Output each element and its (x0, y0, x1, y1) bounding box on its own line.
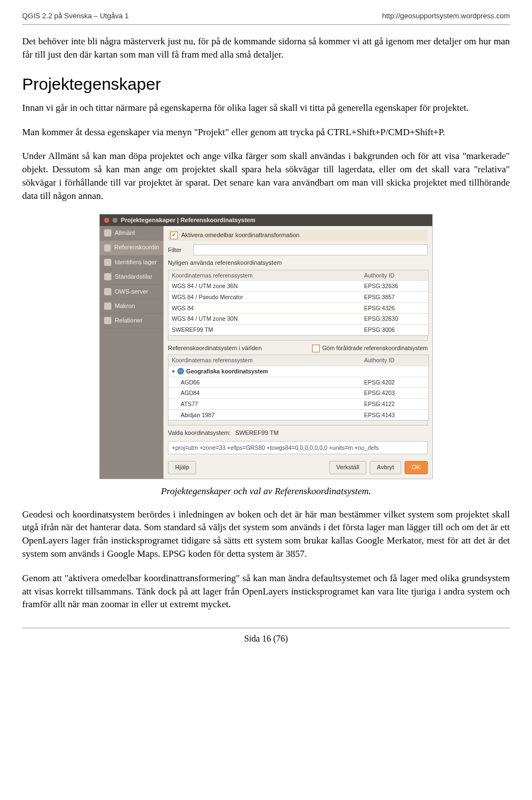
col-crs-name: Koordinaternas referenssystem (172, 356, 364, 365)
dialog-sidebar: Allmänt Referenskoordin Identifiera lage… (100, 226, 163, 479)
help-button[interactable]: Hjälp (168, 461, 196, 474)
filter-label: Filter (168, 246, 190, 254)
sidebar-item-label: Standardstilar (115, 273, 152, 281)
col-authority-id: Authority ID (364, 271, 425, 280)
sidebar-item-relations[interactable]: Relationer (100, 314, 163, 328)
screenshot-caption: Projektegenskaper och val av Referenskoo… (22, 485, 510, 498)
sidebar-item-label: Referenskoordin (114, 243, 159, 252)
screenshot-dialog: Projektegenskaper | Referenskoordinatsys… (99, 214, 433, 479)
sidebar-item-styles[interactable]: Standardstilar (100, 270, 163, 284)
sidebar-item-label: Relationer (115, 316, 142, 325)
table-row[interactable]: ATS77EPSG:4122 (168, 399, 428, 410)
sidebar-item-general[interactable]: Allmänt (100, 226, 163, 240)
minimize-icon[interactable] (112, 218, 117, 223)
scrollbar[interactable] (168, 336, 428, 341)
paragraph-6: Genom att "aktivera omedelbar koordinatt… (22, 572, 510, 611)
server-icon (104, 288, 111, 295)
sidebar-item-label: OWS-server (115, 288, 149, 296)
sidebar-item-macros[interactable]: Makron (100, 299, 163, 314)
proj-string: +proj=utm +zone=33 +ellps=GRS80 +towgs84… (168, 441, 428, 455)
table-row[interactable]: SWEREF99 TMEPSG:3006 (168, 325, 428, 335)
checkbox-unchecked-icon[interactable]: ✔ (312, 345, 320, 352)
sidebar-item-label: Identifiera lager (115, 258, 157, 266)
page-footer: Sida 16 (76) (22, 628, 510, 645)
filter-input[interactable] (193, 244, 428, 255)
scrollbar[interactable] (168, 420, 428, 425)
tree-collapse-icon[interactable]: ▾ (172, 367, 177, 376)
hide-deprecated-label: Göm föråldrade referenskoordinatsystem (322, 344, 428, 352)
paragraph-5: Geodesi och koordinatsystem berördes i i… (22, 508, 510, 561)
paragraph-2: Innan vi går in och tittar närmare på eg… (22, 101, 510, 115)
link-icon (104, 317, 111, 324)
enable-otf-row[interactable]: ✔ Aktivera omedelbar koordinattransforma… (168, 229, 428, 241)
table-row[interactable]: WGS 84 / Pseudo MercatorEPSG:3857 (168, 292, 428, 303)
sidebar-item-identify[interactable]: Identifiera lager (100, 255, 163, 270)
col-authority-id: Authority ID (364, 356, 425, 365)
ok-button[interactable]: OK (405, 461, 428, 474)
sidebar-item-ows[interactable]: OWS-server (100, 285, 163, 299)
hide-deprecated-row[interactable]: ✔ Göm föråldrade referenskoordinatsystem (312, 344, 428, 352)
paragraph-1: Det behöver inte bli några mästerverk ju… (22, 35, 510, 61)
table-row[interactable]: Abidjan 1987EPSG:4143 (168, 410, 428, 420)
header-left: QGIS 2.2 på Svenska – Utgåva 1 (22, 11, 129, 21)
cancel-button[interactable]: Avbryt (370, 461, 401, 474)
close-icon[interactable] (104, 218, 109, 223)
info-icon (104, 259, 111, 266)
globe-icon (104, 244, 111, 252)
table-row[interactable]: WGS 84 / UTM zone 30NEPSG:32630 (168, 314, 428, 325)
selected-crs-label: Valda koordinatsystem: (168, 429, 231, 437)
header-right: http://geosupportsystem.wordpress.com (382, 11, 510, 21)
page-header: QGIS 2.2 på Svenska – Utgåva 1 http://ge… (22, 11, 510, 25)
checkbox-checked-icon[interactable]: ✔ (170, 232, 178, 239)
tree-group-row[interactable]: ▾Geografiska koordinatsystem (168, 366, 428, 377)
table-header: Koordinaternas referenssystem Authority … (168, 270, 428, 281)
table-header: Koordinaternas referenssystem Authority … (168, 355, 428, 366)
table-row[interactable]: AGD66EPSG:4202 (168, 377, 428, 388)
table-row[interactable]: AGD84EPSG:4203 (168, 388, 428, 399)
world-crs-table: Koordinaternas referenssystem Authority … (168, 355, 429, 420)
globe-icon (177, 368, 184, 375)
selected-crs-value: SWEREF99 TM (236, 429, 279, 437)
table-row[interactable]: WGS 84 / UTM zone 36NEPSG:32636 (168, 281, 428, 292)
wrench-icon (104, 229, 111, 237)
sidebar-item-label: Makron (115, 302, 135, 310)
recent-crs-table: Koordinaternas referenssystem Authority … (168, 270, 429, 336)
apply-button[interactable]: Verkställ (329, 461, 367, 474)
enable-otf-label: Aktivera omedelbar koordinattransformati… (181, 231, 299, 239)
table-row[interactable]: WGS 84EPSG:4326 (168, 303, 428, 314)
sidebar-item-crs[interactable]: Referenskoordin (100, 240, 163, 255)
palette-icon (104, 273, 111, 280)
gear-icon (104, 302, 111, 310)
dialog-button-row: Hjälp Verkställ Avbryt OK (168, 459, 428, 474)
dialog-title: Projektegenskaper | Referenskoordinatsys… (121, 216, 255, 224)
sidebar-item-label: Allmänt (115, 229, 135, 237)
recent-crs-label: Nyligen använda referenskoordinatsystem (168, 259, 428, 267)
dialog-titlebar: Projektegenskaper | Referenskoordinatsys… (100, 214, 432, 226)
paragraph-4: Under Allmänt så kan man döpa projektet … (22, 150, 510, 202)
dialog-content: ✔ Aktivera omedelbar koordinattransforma… (163, 226, 432, 479)
col-crs-name: Koordinaternas referenssystem (172, 271, 364, 280)
section-title: Projektegenskaper (22, 73, 510, 96)
tree-group-label: Geografiska koordinatsystem (186, 368, 268, 375)
paragraph-3: Man kommer åt dessa egenskaper via menyn… (22, 126, 510, 139)
world-crs-label: Referenskoordinatsystem i världen (168, 344, 262, 352)
